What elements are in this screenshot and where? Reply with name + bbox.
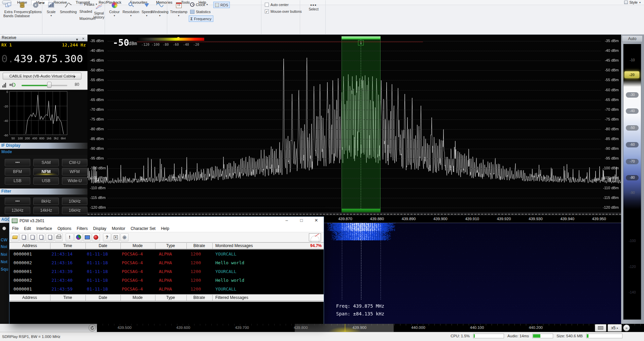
slider-label--70[interactable]: -70 [626,159,639,164]
open-button[interactable] [11,233,19,241]
pdw-menu-file[interactable]: File [9,226,21,231]
spectrum-display[interactable]: 1 -50 dBm -35 dBm-35 dBm-40 dBm-40 dBm-4… [87,35,621,212]
slider-label--60[interactable]: -60 [626,142,639,147]
filter-button-14kHz[interactable]: 14kHz [33,207,59,214]
globe-button[interactable]: ⊕ [120,233,129,241]
volume-slider-thumb[interactable] [47,82,51,88]
mode-button-USB[interactable]: USB [33,177,59,184]
filter-toggle-button[interactable]: ✕ [112,233,120,241]
pdw-column-header[interactable]: Monitored Messages [215,243,253,248]
collapsed-section-label[interactable]: Not [1,260,7,264]
auto-center-checkbox[interactable]: Auto center [265,3,289,7]
frequency-database-button[interactable]: FrequencyDatabase [15,1,30,18]
pdw-menu-monitor[interactable]: Monitor [109,226,128,231]
maximize-button[interactable]: □ [294,217,309,225]
windowing-button[interactable]: Windowing▾ [153,1,167,18]
style-menu[interactable]: Style ▾ [624,0,641,5]
slider-label--20[interactable]: -20 [624,71,640,78]
pdw-menu-filters[interactable]: Filters [74,226,91,231]
frequency-button[interactable]: Σ Frequency [189,15,213,22]
pdw-message-row[interactable]: 000000221:43:4001-11-18POCSAG-4ALPHA1200… [9,276,324,285]
mode-button-WideU[interactable]: Wide-U [62,177,87,184]
collapsed-section-label[interactable]: CW [1,238,7,242]
pdw-column-header[interactable]: Bitrate [184,243,214,248]
pdw-column-header[interactable]: Mode [122,243,153,248]
rds-button[interactable]: RDS [213,2,230,8]
mode-button-BFM[interactable]: BFM [5,168,30,175]
spectrum-waterfall-splitter[interactable] [87,212,621,215]
statistics-button[interactable] [74,233,82,241]
slider-label--30[interactable]: -30 [626,92,639,98]
mode-button-SAM[interactable]: SAM [33,159,59,166]
pdw-column-header[interactable]: Type [155,295,186,300]
pdw-column-header[interactable]: Type [155,243,186,248]
slider-label--50[interactable]: -50 [626,125,639,131]
intensity-slider-track[interactable] [623,44,641,320]
volume-slider[interactable] [22,85,67,86]
pdw-title-bar[interactable]: PDW v3.2b01 – □ ✕ [9,217,324,225]
save-button[interactable] [46,233,54,241]
section-if-display[interactable]: IF Display [0,143,87,149]
shaded-button[interactable]: Shaded [78,8,94,14]
pdw-window[interactable]: PDW v3.2b01 – □ ✕ FileEditInterfaceOptio… [9,216,324,324]
mode-button-CWU[interactable]: CW-U [62,159,87,166]
audio-device-select[interactable]: CABLE Input (VB-Audio Virtual Cable) [3,73,81,79]
help-button[interactable]: ? [103,233,111,241]
collapsed-section-label[interactable]: Noi [1,244,7,249]
statistics-button[interactable]: Statistics [189,8,212,15]
extra-bands-button[interactable]: ExtraBands [2,1,15,18]
timestamp-button[interactable]: 15 Timestamp▾ [170,1,187,18]
alert-button[interactable]: ! [66,233,74,241]
zoom-level-button[interactable]: x5▸ [608,324,622,332]
mode-button-WFM[interactable]: WFM [62,168,87,175]
pdw-column-header[interactable]: Filtered Messages [215,295,248,300]
section-mode[interactable]: Mode [0,149,87,155]
frequency-readout-box[interactable]: RX 1 12,244 Hz 0.439.875.300 [0,41,87,71]
print-button[interactable] [55,233,63,241]
pdw-menu-character-set[interactable]: Character Set [128,226,158,231]
pdw-column-header[interactable]: Mode [122,295,153,300]
close-button[interactable]: ✕ [309,217,324,225]
pdw-menu-edit[interactable]: Edit [21,226,34,231]
pdw-menu-interface[interactable]: Interface [34,226,55,231]
collapsed-section-label[interactable]: Noi [1,252,7,257]
radio-button[interactable] [2,227,6,230]
pdw-column-header[interactable]: Bitrate [184,295,214,300]
smoothing-button[interactable]: Smoothing [59,1,78,14]
section-collapse-icon[interactable] [82,144,85,146]
pdw-message-row[interactable]: 000000121:43:5901-11-18POCSAG-4ALPHA1200… [9,285,324,294]
copy-button[interactable] [20,233,28,241]
pdw-column-header[interactable]: Date [88,243,118,248]
pdw-menu-options[interactable]: Options [55,226,74,231]
section-filter[interactable]: Filter [0,189,87,195]
paste-button[interactable] [37,233,45,241]
pdw-message-row[interactable]: 000000121:43:1401-11-18POCSAG-4ALPHA1200… [9,250,324,259]
band-refresh-button[interactable] [88,324,96,332]
pdw-menu-help[interactable]: Help [158,226,172,231]
pdw-column-header[interactable]: Time [52,295,83,300]
signal-history-button[interactable]: SignalHistory [93,2,105,19]
slider-label--80[interactable]: -80 [626,175,639,180]
section-collapse-icon[interactable] [82,190,85,192]
filter-button-16kHz[interactable]: 16kHz [62,207,87,214]
filter-button-10kHz[interactable]: 10kHz [62,198,87,205]
copy2-button[interactable] [28,233,36,241]
frequency-digits[interactable]: 0.439.875.300 [1,53,83,65]
tuning-region-top-bar[interactable] [342,36,381,39]
filter-button-[interactable]: ••• [5,198,30,205]
mouse-over-buttons-checkbox[interactable]: ✓ Mouse-over buttons [265,9,302,13]
speaker-icon[interactable] [9,82,15,88]
pdw-column-header[interactable]: Time [52,243,83,248]
mode-button-[interactable]: ••• [5,159,30,166]
tuning-region[interactable] [342,36,381,212]
receive-panel-header[interactable]: Receive ▼ × [0,35,87,41]
pdw-message-row[interactable]: 000000221:43:1601-11-18POCSAG-4ALPHA1200… [9,259,324,268]
options-button[interactable]: Options [30,1,42,14]
scale-button[interactable]: Scale▾ [44,1,58,18]
slider-label--40[interactable]: -40 [626,108,639,114]
record-button[interactable] [92,233,100,241]
mode-button-LSB[interactable]: LSB [5,177,30,184]
filtered-messages-header[interactable]: AddressTimeDateModeTypeBitrateFiltered M… [9,294,324,301]
minimize-button[interactable]: – [279,217,294,225]
keyboard-entry-button[interactable] [595,324,606,332]
